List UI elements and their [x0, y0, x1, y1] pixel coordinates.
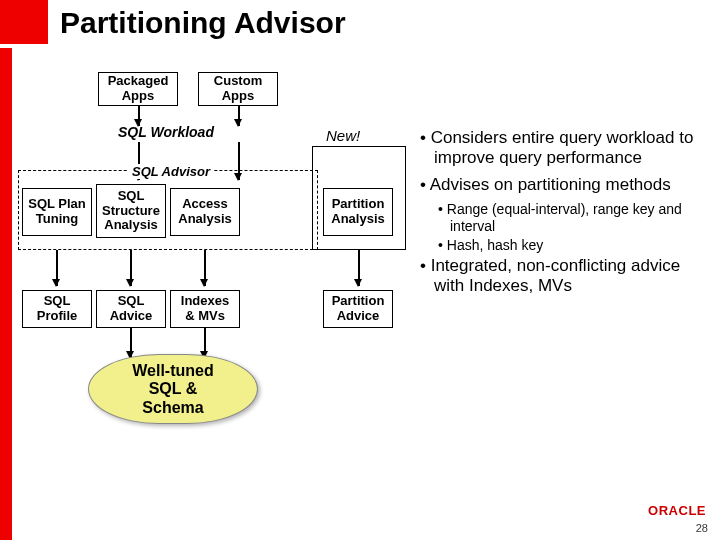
bullet-subitem: Range (equal-interval), range key and in… [420, 201, 710, 235]
box-sql-profile: SQL Profile [22, 290, 92, 328]
label: SQL Profile [37, 294, 77, 324]
label: Packaged Apps [108, 74, 169, 104]
label: Partition Advice [332, 294, 385, 324]
label: Access Analysis [178, 197, 231, 227]
arrow [130, 328, 132, 358]
box-sql-advice: SQL Advice [96, 290, 166, 328]
arrow [204, 328, 206, 358]
arrow [238, 106, 240, 126]
arrow [358, 250, 360, 286]
advisor-label: SQL Advisor [128, 164, 214, 179]
label: SQL Structure Analysis [102, 189, 160, 234]
bullet-subitem: Hash, hash key [420, 237, 710, 254]
label: SQL Advice [110, 294, 153, 324]
new-highlight-frame [312, 146, 406, 250]
box-sql-structure: SQL Structure Analysis [96, 184, 166, 238]
bullet-item: Integrated, non-conflicting advice with … [420, 256, 710, 297]
bullet-item: Advises on partitioning methods [420, 175, 710, 195]
result-blob-text: Well-tuned SQL & Schema [118, 362, 228, 417]
diagram-area: Packaged Apps Custom Apps SQL Workload N… [18, 72, 418, 452]
box-custom-apps: Custom Apps [198, 72, 278, 106]
box-sql-plan-tuning: SQL Plan Tuning [22, 188, 92, 236]
arrow [138, 106, 140, 126]
label: Indexes & MVs [181, 294, 229, 324]
arrow [204, 250, 206, 286]
label: SQL Plan Tuning [28, 197, 86, 227]
box-packaged-apps: Packaged Apps [98, 72, 178, 106]
page-title: Partitioning Advisor [60, 6, 346, 40]
box-partition-advice: Partition Advice [323, 290, 393, 328]
bullet-list: Considers entire query workload to impro… [420, 128, 710, 302]
arrow [130, 250, 132, 286]
header-red-block [0, 0, 48, 44]
box-access-analysis: Access Analysis [170, 188, 240, 236]
arrow [56, 250, 58, 286]
side-red-strip [0, 48, 12, 540]
page-number: 28 [696, 522, 708, 534]
new-label: New! [326, 127, 360, 144]
workload-label: SQL Workload [118, 124, 214, 140]
box-indexes-mvs: Indexes & MVs [170, 290, 240, 328]
bullet-item: Considers entire query workload to impro… [420, 128, 710, 169]
label: Custom Apps [214, 74, 262, 104]
oracle-logo: ORACLE [648, 503, 706, 518]
